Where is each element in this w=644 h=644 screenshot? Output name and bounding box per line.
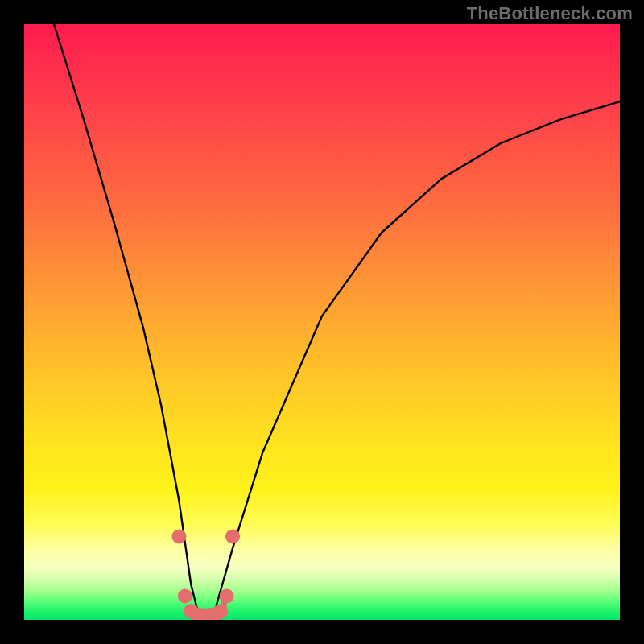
plot-area xyxy=(24,24,620,620)
curve-line xyxy=(54,24,620,617)
highlight-connector xyxy=(197,609,203,621)
highlight-dot xyxy=(225,529,240,543)
highlight-markers xyxy=(171,529,240,620)
highlight-connector xyxy=(208,608,214,620)
highlight-dot xyxy=(171,529,186,543)
chart-frame: TheBottleneck.com xyxy=(0,0,644,644)
highlight-connector xyxy=(203,609,208,620)
highlight-connector xyxy=(191,606,196,621)
chart-overlay xyxy=(24,24,620,620)
highlight-connector xyxy=(221,597,226,611)
highlight-connector xyxy=(215,606,221,621)
watermark-text: TheBottleneck.com xyxy=(467,3,633,24)
highlight-dot xyxy=(178,588,192,603)
